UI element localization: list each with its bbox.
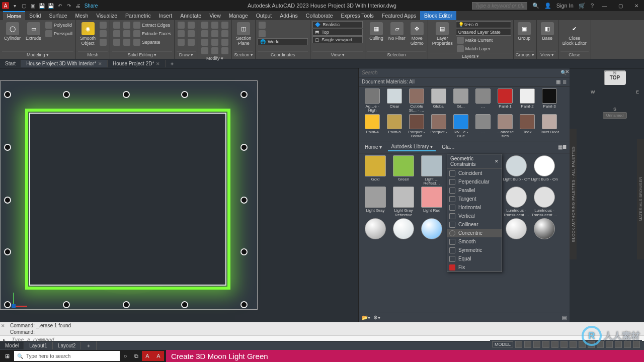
layout-2[interactable]: Layout2 bbox=[53, 342, 82, 349]
taskbar-search[interactable]: 🔍Type here to search bbox=[14, 351, 120, 361]
draw-4[interactable] bbox=[187, 21, 196, 29]
group-button[interactable]: ▣Group bbox=[516, 21, 533, 42]
library-material-item[interactable] bbox=[418, 218, 445, 240]
tab-annotate[interactable]: Annotate bbox=[176, 11, 205, 20]
doc-material-item[interactable]: Parquet - Brown bbox=[406, 114, 427, 139]
mod-10[interactable] bbox=[220, 30, 229, 38]
draw-2[interactable] bbox=[177, 30, 186, 38]
mesh-opt3[interactable] bbox=[99, 38, 108, 46]
constraint-symmetric[interactable]: Symmetric bbox=[447, 246, 502, 254]
se-opt6[interactable] bbox=[122, 38, 131, 46]
library-material-item[interactable]: Light Gray Reflective bbox=[390, 187, 417, 217]
doc-material-item[interactable]: Cobble St… - … bbox=[406, 88, 427, 113]
doc-material-item[interactable]: Paint-5 bbox=[384, 114, 405, 139]
library-material-item[interactable]: Green bbox=[390, 155, 417, 186]
constraint-tangent[interactable]: Tangent bbox=[447, 195, 502, 203]
separate-button[interactable]: Separate bbox=[132, 38, 172, 46]
taskbar-cortana-icon[interactable]: ○ bbox=[120, 351, 131, 361]
polysolid-button[interactable]: Polysolid bbox=[44, 21, 73, 29]
layout-add[interactable]: ＋ bbox=[81, 341, 97, 350]
infocenter-search[interactable] bbox=[472, 2, 527, 10]
cylinder-button[interactable]: ◯Cylinder bbox=[2, 21, 23, 42]
search-go-icon[interactable]: 🔍 bbox=[532, 3, 539, 9]
tab-home[interactable]: Home bbox=[3, 11, 25, 20]
tab-express[interactable]: Express Tools bbox=[337, 11, 378, 20]
match-layer-button[interactable]: Match Layer bbox=[456, 45, 511, 53]
coord-2[interactable] bbox=[258, 30, 308, 38]
doc-material-item[interactable]: … bbox=[472, 114, 494, 139]
library-material-item[interactable]: Light Bulb - Off bbox=[503, 155, 530, 186]
share-link[interactable]: Share bbox=[88, 2, 95, 9]
doc-material-item[interactable]: Gl… bbox=[450, 88, 471, 113]
mod-1[interactable] bbox=[200, 21, 209, 29]
view-list-icon[interactable]: ≣ bbox=[562, 79, 567, 84]
doc-material-item[interactable]: Paint-1 bbox=[495, 88, 516, 113]
section-plane-button[interactable]: ◫Section Plane bbox=[234, 21, 253, 47]
qat-undo-icon[interactable]: ↶ bbox=[56, 2, 63, 9]
draw-6[interactable] bbox=[187, 38, 196, 46]
close-block-editor-button[interactable]: ✔Close Block Editor bbox=[560, 21, 589, 47]
tab-block-editor[interactable]: Block Editor bbox=[420, 11, 456, 20]
palette-open-icon[interactable]: 📂▾ bbox=[362, 315, 370, 320]
library-material-item[interactable] bbox=[503, 218, 530, 240]
mod-11[interactable] bbox=[220, 38, 229, 46]
start-button[interactable]: ⊞ bbox=[0, 350, 14, 362]
qat-saveas-icon[interactable]: 💾 bbox=[47, 2, 54, 9]
palette-list-icon[interactable]: ▤ bbox=[562, 315, 567, 320]
library-material-item[interactable]: Light Bulb - On bbox=[531, 155, 558, 186]
layout-1[interactable]: Layout1 bbox=[24, 342, 53, 349]
status-grid-icon[interactable] bbox=[515, 341, 522, 348]
extrude-faces-button[interactable]: Extrude Faces bbox=[132, 30, 172, 38]
constraint-concentric[interactable]: Concentric bbox=[447, 229, 502, 237]
move-gizmo-button[interactable]: ✥Move Gizmo bbox=[409, 21, 426, 47]
panel-view2-title[interactable]: View ▾ bbox=[539, 51, 556, 58]
doc-material-item[interactable]: … bbox=[472, 88, 494, 113]
status-model[interactable]: MODEL bbox=[492, 341, 513, 347]
make-current-button[interactable]: Make Current bbox=[456, 36, 511, 44]
library-material-item[interactable]: Gold bbox=[362, 155, 389, 186]
mod-4[interactable] bbox=[200, 47, 209, 55]
constraint-vertical[interactable]: Vertical bbox=[447, 212, 502, 220]
extrude-button[interactable]: ▭Extrude bbox=[24, 21, 43, 42]
library-material-item[interactable] bbox=[362, 218, 389, 240]
taskbar-app1-icon[interactable]: A bbox=[142, 351, 153, 361]
tab-collaborate[interactable]: Collaborate bbox=[302, 11, 337, 20]
tab-insert[interactable]: Insert bbox=[155, 11, 176, 20]
extract-edges-button[interactable]: Extract Edges bbox=[132, 21, 172, 29]
view-orientation-dropdown[interactable]: ⬒ Top bbox=[312, 29, 363, 36]
panel-draw-title[interactable]: Draw ▾ bbox=[177, 51, 196, 58]
viewcube-s[interactable]: S bbox=[613, 107, 616, 112]
draw-1[interactable] bbox=[177, 21, 186, 29]
taskbar-app2-icon[interactable]: A bbox=[153, 351, 164, 361]
se-opt2[interactable] bbox=[112, 30, 121, 38]
presspull-button[interactable]: Presspull bbox=[44, 30, 73, 38]
tab-start[interactable]: Start bbox=[0, 60, 21, 67]
ctx-close-icon[interactable]: ✕ bbox=[495, 159, 499, 164]
mod-5[interactable] bbox=[210, 21, 219, 29]
doc-material-item[interactable]: Clear bbox=[384, 88, 405, 113]
doc-material-item[interactable]: Toilet Door bbox=[539, 114, 560, 139]
library-material-item[interactable] bbox=[531, 218, 558, 240]
viewcube[interactable]: N S W E TOP Unnamed bbox=[591, 70, 639, 119]
qat-menu-icon[interactable]: ▾ bbox=[11, 2, 18, 9]
signin-icon[interactable]: 👤 bbox=[544, 3, 551, 9]
status-dyn-icon[interactable] bbox=[570, 341, 577, 348]
visual-style-dropdown[interactable]: 🔷 Realistic bbox=[312, 21, 363, 28]
qat-plot-icon[interactable]: 🖨 bbox=[74, 2, 82, 9]
panel-solid-editing-title[interactable]: Solid Editing ▾ bbox=[112, 51, 172, 58]
doc-material-item[interactable]: Riv…e - Blue bbox=[450, 114, 471, 139]
qat-save-icon[interactable]: 💾 bbox=[38, 2, 45, 9]
mod-12[interactable] bbox=[220, 47, 229, 55]
smooth-button[interactable]: ◉Smooth Object bbox=[78, 21, 98, 47]
tab-view[interactable]: View bbox=[205, 11, 225, 20]
library-material-item[interactable]: Luminous - Translucent … bbox=[503, 187, 530, 217]
world-dropdown[interactable]: 🌐 World bbox=[258, 38, 308, 45]
doc-material-item[interactable]: …aircase tiles bbox=[495, 114, 516, 139]
status-snap-icon[interactable] bbox=[524, 341, 531, 348]
mod-2[interactable] bbox=[200, 30, 209, 38]
palette-settings-icon[interactable]: ⚙▾ bbox=[373, 315, 380, 320]
material-search-input[interactable] bbox=[362, 70, 560, 75]
qat-redo-icon[interactable]: ↷ bbox=[65, 2, 72, 9]
ucs-icon[interactable] bbox=[11, 289, 31, 309]
constraint-parallel[interactable]: Parallel bbox=[447, 186, 502, 195]
